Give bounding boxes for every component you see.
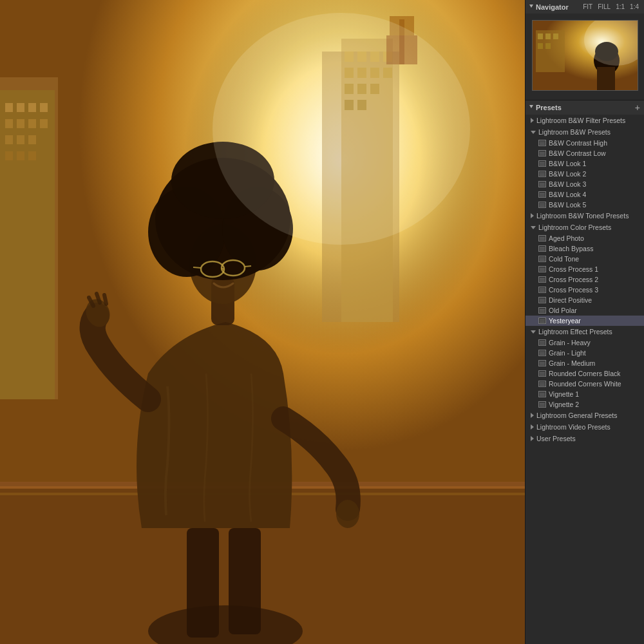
preset-item-icon xyxy=(538,401,546,408)
svg-rect-16 xyxy=(17,151,24,160)
preset-item-icon xyxy=(538,297,546,303)
navigator-fill-btn[interactable]: FILL xyxy=(596,3,612,11)
preset-item-label: Old Polar xyxy=(549,307,577,314)
preset-group-header-bw-presets[interactable]: Lightroom B&W Presets xyxy=(526,126,644,138)
navigator-fit-btn[interactable]: FIT xyxy=(582,3,594,11)
preset-item[interactable]: Cross Process 1 xyxy=(526,264,644,274)
preset-item[interactable]: Direct Positive xyxy=(526,295,644,305)
preset-group-header-bw-filter[interactable]: Lightroom B&W Filter Presets xyxy=(526,115,644,126)
preset-item-label: B&W Look 1 xyxy=(549,160,586,167)
preset-item[interactable]: Vignette 2 xyxy=(526,399,644,410)
navigator-1-1-btn[interactable]: 1:1 xyxy=(614,3,626,11)
preset-item[interactable]: Rounded Corners White xyxy=(526,379,644,389)
photo-area xyxy=(0,0,525,644)
preset-item-icon xyxy=(538,150,546,156)
navigator-triangle xyxy=(529,5,533,10)
svg-rect-42 xyxy=(229,528,261,634)
preset-group-header-bw-toned[interactable]: Lightroom B&W Toned Presets xyxy=(526,210,644,222)
preset-item[interactable]: Vignette 1 xyxy=(526,389,644,399)
preset-item[interactable]: B&W Look 4 xyxy=(526,189,644,200)
svg-rect-65 xyxy=(538,43,543,49)
svg-line-47 xyxy=(104,295,106,304)
preset-item-icon xyxy=(538,191,546,198)
preset-item-icon xyxy=(538,360,546,366)
preset-item[interactable]: B&W Look 2 xyxy=(526,169,644,179)
preset-group-header-general[interactable]: Lightroom General Presets xyxy=(526,410,644,421)
preset-item-label: Cross Process 2 xyxy=(549,276,598,283)
preset-group-user: User Presets xyxy=(526,433,644,444)
presets-header[interactable]: Presets + xyxy=(526,100,644,115)
svg-line-58 xyxy=(245,266,251,267)
svg-rect-66 xyxy=(545,43,551,49)
presets-section: Presets + Lightroom B&W Filter PresetsLi… xyxy=(526,100,644,644)
preset-item[interactable]: Grain - Light xyxy=(526,348,644,358)
preset-item[interactable]: Cold Tone xyxy=(526,254,644,264)
preset-item[interactable]: Grain - Medium xyxy=(526,358,644,368)
preset-item[interactable]: Grain - Heavy xyxy=(526,337,644,348)
preset-group-bw-toned: Lightroom B&W Toned Presets xyxy=(526,210,644,222)
svg-rect-9 xyxy=(17,119,24,128)
preset-group-header-color[interactable]: Lightroom Color Presets xyxy=(526,222,644,233)
svg-rect-4 xyxy=(5,103,13,112)
preset-item-label: Cold Tone xyxy=(549,255,579,263)
preset-item-label: B&W Contrast High xyxy=(549,139,607,147)
preset-item-icon xyxy=(538,140,546,146)
preset-group-header-effect[interactable]: Lightroom Effect Presets xyxy=(526,326,644,337)
group-label-bw-filter: Lightroom B&W Filter Presets xyxy=(536,117,625,124)
group-label-color: Lightroom Color Presets xyxy=(538,223,611,231)
preset-item-label: Grain - Light xyxy=(549,349,586,357)
group-label-bw-toned: Lightroom B&W Toned Presets xyxy=(536,212,629,220)
group-triangle-bw-toned xyxy=(531,213,534,218)
preset-item[interactable]: B&W Contrast High xyxy=(526,138,644,148)
preset-item[interactable]: Rounded Corners Black xyxy=(526,368,644,379)
group-label-general: Lightroom General Presets xyxy=(536,412,617,419)
navigator-thumbnail[interactable] xyxy=(532,20,638,91)
svg-rect-7 xyxy=(40,103,48,112)
preset-item-label: Bleach Bypass xyxy=(549,245,593,252)
preset-item[interactable]: Aged Photo xyxy=(526,233,644,243)
group-label-effect: Lightroom Effect Presets xyxy=(538,328,612,336)
navigator-header[interactable]: Navigator FIT FILL 1:1 1:4 xyxy=(526,0,644,14)
preset-item[interactable]: B&W Look 5 xyxy=(526,200,644,210)
svg-rect-6 xyxy=(28,103,36,112)
navigator-header-left: Navigator xyxy=(529,3,569,11)
preset-group-header-user[interactable]: User Presets xyxy=(526,433,644,444)
svg-rect-15 xyxy=(5,151,13,160)
preset-item-label: Aged Photo xyxy=(549,234,584,242)
group-label-user: User Presets xyxy=(536,435,576,442)
navigator-title: Navigator xyxy=(536,3,569,11)
preset-item[interactable]: B&W Look 3 xyxy=(526,179,644,189)
group-triangle-video xyxy=(531,424,534,430)
svg-rect-14 xyxy=(28,135,36,144)
preset-item-icon xyxy=(538,370,546,377)
svg-rect-11 xyxy=(40,119,48,128)
preset-item-label: B&W Look 4 xyxy=(549,191,586,198)
preset-item[interactable]: B&W Look 1 xyxy=(526,158,644,169)
preset-item-label: Grain - Medium xyxy=(549,359,595,367)
preset-item-label: Direct Positive xyxy=(549,296,592,304)
presets-title: Presets xyxy=(536,104,562,111)
preset-group-video: Lightroom Video Presets xyxy=(526,421,644,433)
svg-rect-8 xyxy=(5,119,13,128)
svg-rect-69 xyxy=(597,67,615,91)
preset-item-label: Vignette 1 xyxy=(549,390,579,398)
svg-rect-64 xyxy=(553,33,558,39)
presets-add-button[interactable]: + xyxy=(635,103,640,112)
presets-header-left: Presets xyxy=(529,104,562,111)
preset-item-label: B&W Contrast Low xyxy=(549,149,606,157)
preset-item[interactable]: B&W Contrast Low xyxy=(526,148,644,158)
preset-item[interactable]: Bleach Bypass xyxy=(526,243,644,254)
app-container: Navigator FIT FILL 1:1 1:4 xyxy=(0,0,644,644)
navigator-controls: FIT FILL 1:1 1:4 xyxy=(582,3,640,11)
preset-item-icon xyxy=(538,245,546,252)
preset-item[interactable]: Cross Process 2 xyxy=(526,274,644,285)
preset-item-icon xyxy=(538,339,546,346)
svg-point-59 xyxy=(213,13,470,245)
preset-item-label: Cross Process 3 xyxy=(549,286,598,294)
preset-item[interactable]: Yesteryear xyxy=(526,316,644,326)
navigator-1-4-btn[interactable]: 1:4 xyxy=(629,3,640,11)
group-label-video: Lightroom Video Presets xyxy=(536,423,611,431)
preset-item[interactable]: Old Polar xyxy=(526,305,644,316)
preset-item[interactable]: Cross Process 3 xyxy=(526,285,644,295)
preset-group-header-video[interactable]: Lightroom Video Presets xyxy=(526,421,644,433)
